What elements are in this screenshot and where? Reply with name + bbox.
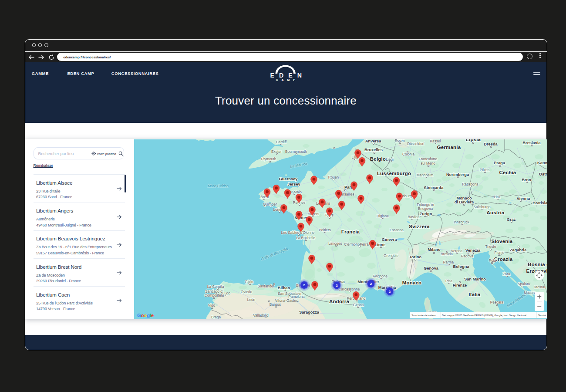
svg-text:CAMP: CAMP	[276, 78, 298, 81]
svg-text:Genova: Genova	[423, 266, 438, 270]
svg-text:Pola: Pola	[489, 258, 496, 263]
svg-text:Trieste: Trieste	[485, 244, 496, 249]
svg-text:Losanna: Losanna	[390, 228, 404, 232]
svg-text:Colonia: Colonia	[402, 152, 414, 156]
svg-text:Cechia: Cechia	[499, 170, 516, 175]
svg-text:Mannheim: Mannheim	[416, 173, 433, 177]
svg-text:Valladolid: Valladolid	[253, 313, 269, 318]
svg-text:Monaco: Monaco	[402, 280, 421, 285]
svg-text:Parma: Parma	[443, 260, 454, 264]
svg-text:Ginevra: Ginevra	[381, 237, 397, 242]
svg-text:Anversa: Anversa	[365, 139, 381, 143]
svg-text:Jersey: Jersey	[287, 182, 300, 186]
svg-text:Zara: Zara	[502, 272, 510, 276]
svg-text:Stoccarda: Stoccarda	[424, 186, 444, 190]
svg-text:Salisburgo: Salisburgo	[473, 205, 491, 209]
svg-text:Clermont-Ferrand: Clermont-Ferrand	[344, 242, 373, 247]
svg-text:Kassel: Kassel	[430, 139, 441, 143]
svg-text:Francoforte: Francoforte	[418, 157, 437, 161]
svg-text:Belgio: Belgio	[370, 156, 385, 162]
svg-text:Exeter: Exeter	[271, 149, 282, 154]
svg-text:Basilea: Basilea	[408, 215, 420, 219]
svg-text:Brescia: Brescia	[441, 252, 453, 256]
svg-text:Croazia: Croazia	[494, 257, 512, 262]
svg-text:La Coruña: La Coruña	[207, 284, 224, 289]
svg-text:Francia: Francia	[341, 229, 360, 234]
svg-text:Burgos: Burgos	[269, 302, 280, 307]
svg-text:Torino: Torino	[409, 255, 421, 259]
svg-text:Mare Celtico: Mare Celtico	[207, 184, 228, 188]
svg-text:Cardiff: Cardiff	[276, 140, 286, 144]
svg-text:Innsbruck: Innsbruck	[454, 220, 470, 224]
svg-text:Bosnia e: Bosnia e	[528, 262, 547, 267]
svg-text:Pisa: Pisa	[445, 279, 452, 283]
svg-text:Germania: Germania	[437, 145, 461, 150]
svg-text:Linz: Linz	[494, 195, 500, 199]
svg-text:Poitiers: Poitiers	[319, 228, 331, 232]
svg-text:Bruxelles: Bruxelles	[364, 148, 383, 152]
svg-text:Santander: Santander	[257, 284, 274, 288]
svg-text:Bratislav: Bratislav	[532, 201, 547, 205]
svg-text:Andorra: Andorra	[329, 299, 349, 304]
svg-text:Vigo: Vigo	[208, 303, 215, 308]
svg-text:Breslavia: Breslavia	[522, 141, 541, 145]
svg-text:Lipsia: Lipsia	[465, 139, 481, 142]
svg-text:Brno: Brno	[522, 178, 531, 182]
svg-text:Bilbao: Bilbao	[277, 286, 290, 290]
svg-text:Brisgovia: Brisgovia	[418, 206, 433, 211]
svg-text:Fiume: Fiume	[494, 250, 504, 255]
svg-text:Quimper: Quimper	[263, 202, 277, 206]
svg-text:Düsseldorf: Düsseldorf	[407, 142, 424, 146]
svg-text:Bologna: Bologna	[453, 264, 469, 269]
svg-text:Bournemouth: Bournemouth	[285, 149, 307, 154]
svg-text:EDEN: EDEN	[270, 72, 306, 79]
svg-text:Graz: Graz	[506, 217, 515, 222]
svg-text:Praga: Praga	[494, 161, 505, 165]
svg-text:Pescara: Pescara	[490, 300, 503, 304]
svg-text:Guernsey: Guernsey	[279, 177, 298, 181]
svg-text:Pilzen: Pilzen	[479, 168, 489, 172]
svg-text:Milano: Milano	[428, 247, 441, 252]
svg-text:Norimberga: Norimberga	[446, 172, 469, 177]
svg-text:Macara: Macara	[524, 291, 536, 295]
svg-text:Katow: Katow	[537, 161, 547, 165]
svg-text:Avignone: Avignone	[372, 274, 387, 278]
svg-text:Google: Google	[137, 312, 154, 318]
svg-text:Limoges: Limoges	[328, 241, 342, 246]
svg-text:Scorciatoie da tastiera: Scorciatoie da tastiera	[411, 314, 436, 316]
svg-text:Girona: Girona	[353, 303, 364, 307]
svg-text:Essen: Essen	[394, 139, 404, 143]
svg-text:La Rochelle: La Rochelle	[296, 236, 315, 240]
svg-text:Spalato: Spalato	[517, 282, 530, 286]
svg-text:Braga: Braga	[211, 315, 221, 319]
svg-text:Lussemburgo: Lussemburgo	[377, 171, 411, 176]
svg-text:Slovenia: Slovenia	[491, 239, 512, 244]
svg-text:Termini: Termini	[538, 314, 546, 316]
svg-text:Verona: Verona	[451, 249, 462, 253]
svg-text:San Marino: San Marino	[464, 277, 485, 281]
svg-text:Oviedo: Oviedo	[240, 290, 252, 294]
svg-text:sul Meno: sul Meno	[421, 161, 435, 166]
svg-text:Saragozza: Saragozza	[299, 310, 320, 314]
svg-text:Vienna: Vienna	[516, 196, 530, 201]
svg-text:Gijón: Gijón	[245, 280, 253, 284]
svg-text:Dresda: Dresda	[484, 142, 498, 146]
svg-text:Grenoble: Grenoble	[383, 253, 398, 258]
svg-text:Mostar: Mostar	[534, 285, 546, 289]
svg-text:Dati mappa ©2025 GeoBasis-DE/B: Dati mappa ©2025 GeoBasis-DE/BKG (©2009)…	[442, 314, 526, 316]
svg-text:Padova: Padova	[461, 254, 473, 258]
svg-text:Digione: Digione	[376, 214, 389, 218]
svg-text:Venezia: Venezia	[465, 248, 480, 253]
svg-text:Lione: Lione	[374, 243, 385, 247]
svg-text:Compostela: Compostela	[204, 293, 224, 297]
svg-text:Lugo: Lugo	[222, 291, 230, 295]
svg-text:Plymouth: Plymouth	[261, 157, 276, 161]
svg-text:Svizzera: Svizzera	[409, 224, 430, 229]
svg-text:Zagabria: Zagabria	[509, 248, 527, 252]
svg-text:Firenze: Firenze	[452, 283, 467, 287]
svg-text:Ostra: Ostra	[539, 172, 546, 176]
svg-text:Liegi: Liegi	[386, 157, 394, 162]
svg-text:Zurigo: Zurigo	[419, 212, 432, 216]
svg-text:Ratisbona: Ratisbona	[462, 182, 478, 186]
svg-text:Italia: Italia	[468, 292, 481, 297]
